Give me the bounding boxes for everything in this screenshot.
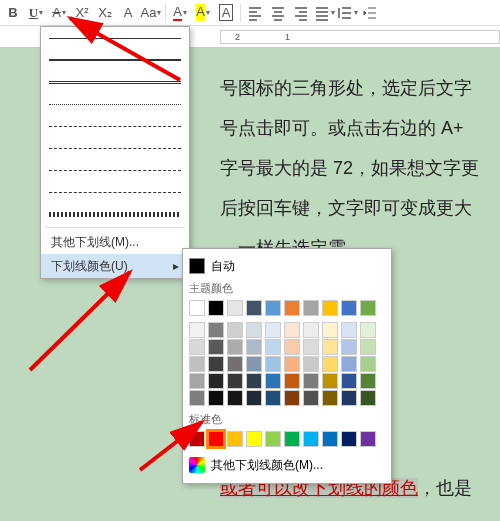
more-underline-colors[interactable]: 其他下划线颜色(M)... (189, 453, 385, 477)
color-swatch[interactable] (246, 373, 262, 389)
color-swatch[interactable] (189, 390, 205, 406)
color-swatch[interactable] (246, 339, 262, 355)
font-color-button[interactable]: A▾ (169, 2, 191, 24)
color-swatch[interactable] (303, 373, 319, 389)
color-swatch[interactable] (208, 300, 224, 316)
color-swatch[interactable] (303, 356, 319, 372)
color-swatch[interactable] (265, 390, 281, 406)
color-swatch[interactable] (322, 390, 338, 406)
color-swatch[interactable] (246, 390, 262, 406)
color-swatch[interactable] (246, 356, 262, 372)
color-swatch[interactable] (303, 431, 319, 447)
underline-style-double[interactable] (41, 71, 189, 93)
underline-style-dashdotdot[interactable] (41, 181, 189, 203)
color-swatch[interactable] (360, 322, 376, 338)
color-swatch[interactable] (227, 356, 243, 372)
bold-button[interactable]: B (2, 2, 24, 24)
align-left-button[interactable] (244, 2, 266, 24)
color-swatch[interactable] (208, 390, 224, 406)
color-swatch[interactable] (303, 339, 319, 355)
underline-style-single[interactable] (41, 27, 189, 49)
underline-style-wave[interactable] (41, 203, 189, 225)
color-swatch[interactable] (246, 322, 262, 338)
color-swatch[interactable] (360, 300, 376, 316)
color-swatch[interactable] (208, 373, 224, 389)
align-center-button[interactable] (267, 2, 289, 24)
color-swatch[interactable] (265, 356, 281, 372)
color-swatch[interactable] (227, 373, 243, 389)
auto-color-option[interactable]: 自动 (189, 255, 385, 277)
color-swatch[interactable] (189, 300, 205, 316)
color-swatch[interactable] (360, 356, 376, 372)
color-swatch[interactable] (284, 373, 300, 389)
color-swatch[interactable] (303, 390, 319, 406)
underline-style-dotdot[interactable] (41, 93, 189, 115)
ruler-mark: 1 (285, 32, 290, 42)
color-swatch[interactable] (341, 322, 357, 338)
underline-style-thick[interactable] (41, 49, 189, 71)
align-right-button[interactable] (290, 2, 312, 24)
color-swatch[interactable] (360, 339, 376, 355)
color-swatch[interactable] (265, 339, 281, 355)
color-swatch[interactable] (189, 322, 205, 338)
color-swatch[interactable] (322, 373, 338, 389)
color-swatch[interactable] (208, 322, 224, 338)
color-swatch[interactable] (246, 431, 262, 447)
color-swatch[interactable] (341, 390, 357, 406)
color-swatch[interactable] (303, 300, 319, 316)
color-swatch[interactable] (360, 390, 376, 406)
color-swatch[interactable] (341, 339, 357, 355)
underline-color-menu[interactable]: 下划线颜色(U) ▸ (41, 254, 189, 278)
clear-format-button[interactable]: A (117, 2, 139, 24)
color-swatch[interactable] (227, 390, 243, 406)
superscript-button[interactable]: X² (71, 2, 93, 24)
color-swatch[interactable] (227, 431, 243, 447)
strikethrough-button[interactable]: A▾ (48, 2, 70, 24)
color-swatch[interactable] (265, 322, 281, 338)
color-swatch[interactable] (208, 339, 224, 355)
color-swatch[interactable] (284, 431, 300, 447)
highlight-button[interactable]: A▾ (192, 2, 214, 24)
color-swatch[interactable] (341, 431, 357, 447)
color-swatch[interactable] (227, 322, 243, 338)
line-spacing-button[interactable]: ▾ (336, 2, 358, 24)
char-border-button[interactable]: A (215, 2, 237, 24)
color-swatch[interactable] (341, 300, 357, 316)
color-swatch[interactable] (284, 322, 300, 338)
underline-style-dashdot[interactable] (41, 159, 189, 181)
color-swatch[interactable] (227, 339, 243, 355)
color-swatch[interactable] (208, 356, 224, 372)
color-swatch[interactable] (322, 431, 338, 447)
color-swatch[interactable] (227, 300, 243, 316)
color-swatch[interactable] (284, 300, 300, 316)
color-swatch[interactable] (265, 373, 281, 389)
color-swatch[interactable] (208, 431, 224, 447)
align-justify-button[interactable]: ▾ (313, 2, 335, 24)
indent-decrease-button[interactable] (359, 2, 381, 24)
color-swatch[interactable] (284, 339, 300, 355)
underline-button[interactable]: U▾ (25, 2, 47, 24)
color-swatch[interactable] (303, 322, 319, 338)
color-swatch[interactable] (189, 356, 205, 372)
color-swatch[interactable] (341, 356, 357, 372)
color-swatch[interactable] (322, 300, 338, 316)
underline-style-longdash[interactable] (41, 137, 189, 159)
color-swatch[interactable] (246, 300, 262, 316)
color-swatch[interactable] (265, 431, 281, 447)
subscript-button[interactable]: X₂ (94, 2, 116, 24)
color-swatch[interactable] (322, 339, 338, 355)
color-swatch[interactable] (322, 356, 338, 372)
color-swatch[interactable] (189, 373, 205, 389)
color-swatch[interactable] (360, 431, 376, 447)
color-swatch[interactable] (360, 373, 376, 389)
change-case-button[interactable]: Aa▾ (140, 2, 162, 24)
color-swatch[interactable] (322, 322, 338, 338)
color-swatch[interactable] (189, 339, 205, 355)
color-swatch[interactable] (284, 356, 300, 372)
color-swatch[interactable] (341, 373, 357, 389)
color-swatch[interactable] (265, 300, 281, 316)
other-underline-menu[interactable]: 其他下划线(M)... (41, 230, 189, 254)
color-swatch[interactable] (284, 390, 300, 406)
underline-style-dash[interactable] (41, 115, 189, 137)
color-swatch[interactable] (189, 431, 205, 447)
